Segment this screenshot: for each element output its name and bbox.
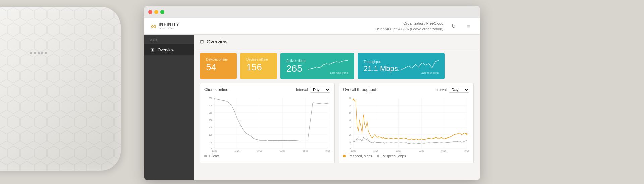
throughput-legend: Tx speed, Mbps Rx speed, Mbps: [343, 154, 469, 158]
devices-offline-label: Devices offline: [246, 58, 271, 61]
devices-offline-card: Devices offline 156: [240, 53, 277, 79]
infinity-symbol: ∞: [151, 22, 156, 31]
sidebar-item-overview[interactable]: ⊞ Overview: [144, 44, 194, 55]
menu-icon[interactable]: ≡: [464, 22, 473, 31]
clients-legend: Clients: [204, 154, 330, 158]
clients-chart-header: Clients online Interval Day Week Month: [204, 87, 330, 93]
sidebar-item-overview-label: Overview: [158, 48, 174, 52]
svg-text:300: 300: [209, 104, 212, 107]
svg-text:70: 70: [349, 97, 351, 99]
throughput-interval-label: Interval: [435, 88, 447, 92]
device-image: [0, 0, 144, 184]
svg-text:60: 60: [349, 104, 351, 107]
rx-legend-item: Rx speed, Mbps: [377, 154, 406, 158]
clients-dot: [204, 155, 207, 157]
devices-offline-value: 156: [246, 63, 271, 72]
throughput-left: Throughput 21.1 Mbps: [364, 60, 398, 72]
logo-sub: controller: [159, 27, 179, 30]
clients-interval: Interval Day Week Month: [296, 87, 330, 93]
throughput-chart-svg: 70 60 50 40 30 20 10 0 10:40 15:20 20:00: [343, 95, 469, 152]
svg-text:250: 250: [209, 111, 212, 114]
svg-text:150: 150: [209, 126, 212, 129]
sidebar: MAIN ⊞ Overview: [144, 35, 194, 180]
throughput-interval-select[interactable]: Day Week Month: [449, 87, 469, 93]
svg-text:10:00: 10:00: [325, 149, 330, 152]
app-header: ∞ INFINITY controller Organization: Free…: [144, 18, 480, 35]
active-clients-value: 265: [286, 64, 308, 73]
tx-legend-label: Tx speed, Mbps: [348, 154, 372, 158]
devices-online-value: 54: [206, 63, 231, 72]
rx-dot: [377, 155, 379, 157]
throughput-chart-header: Overall throughput Interval Day Week Mon…: [343, 87, 469, 93]
svg-text:20: 20: [349, 133, 351, 136]
clients-interval-select[interactable]: Day Week Month: [310, 87, 330, 93]
active-clients-card: Active clients 265 Last hour trend: [280, 53, 354, 79]
page-title: Overview: [207, 39, 228, 44]
throughput-interval: Interval Day Week Month: [435, 87, 469, 93]
svg-text:10:00: 10:00: [464, 149, 469, 152]
svg-text:05:20: 05:20: [441, 149, 446, 152]
svg-rect-1: [0, 7, 121, 171]
clients-interval-label: Interval: [296, 88, 308, 92]
svg-text:200: 200: [209, 119, 212, 121]
refresh-icon[interactable]: ↻: [449, 22, 458, 31]
svg-text:15:20: 15:20: [234, 149, 239, 152]
svg-text:10:40: 10:40: [351, 149, 356, 152]
traffic-lights: [148, 10, 164, 14]
throughput-chart: Overall throughput Interval Day Week Mon…: [339, 83, 474, 163]
throughput-label: Throughput: [364, 60, 398, 64]
clients-chart: Clients online Interval Day Week Month: [200, 83, 335, 163]
svg-text:00:40: 00:40: [419, 149, 424, 152]
active-clients-sparkline: [308, 58, 348, 73]
svg-text:30: 30: [349, 126, 351, 129]
logo-brand: INFINITY: [159, 22, 179, 27]
svg-text:350: 350: [209, 97, 212, 99]
stat-cards: Devices online 54 Devices offline 156 Ac…: [194, 49, 480, 83]
throughput-trend-label: Last hour trend: [421, 71, 439, 74]
svg-text:10: 10: [349, 141, 351, 144]
clients-legend-item: Clients: [204, 154, 219, 158]
svg-text:20:00: 20:00: [257, 149, 262, 152]
org-id: ID: 27240629947776 (Leave organization): [374, 26, 443, 32]
clients-chart-svg: 350 300 250 200 150 100 50 0 10:40 15:20…: [204, 95, 330, 152]
maximize-button-tl[interactable]: [160, 10, 164, 14]
svg-point-61: [466, 133, 468, 135]
svg-text:100: 100: [209, 133, 212, 136]
devices-online-card: Devices online 54: [200, 53, 237, 79]
main-content: ⊞ Overview Devices online 54 Devices off…: [194, 35, 480, 180]
throughput-trend-area: Last hour trend: [398, 58, 439, 74]
charts-section: Clients online Interval Day Week Month: [194, 83, 480, 163]
throughput-sparkline: [398, 58, 439, 73]
svg-point-30: [214, 98, 215, 100]
page-header: ⊞ Overview: [194, 35, 480, 49]
svg-text:00:40: 00:40: [280, 149, 285, 152]
rx-legend-label: Rx speed, Mbps: [382, 154, 406, 158]
clients-chart-title: Clients online: [204, 87, 228, 92]
overview-icon: ⊞: [150, 47, 155, 52]
close-button-tl[interactable]: [148, 10, 152, 14]
header-right: Organization: FreeCloud ID: 272406299477…: [374, 21, 473, 32]
tx-dot: [343, 155, 346, 157]
logo-area: ∞ INFINITY controller: [151, 22, 179, 31]
minimize-button-tl[interactable]: [154, 10, 158, 14]
page-icon: ⊞: [200, 39, 204, 44]
throughput-chart-title: Overall throughput: [343, 87, 376, 92]
logo-text: INFINITY controller: [159, 22, 179, 30]
devices-online-label: Devices online: [206, 58, 231, 61]
browser-chrome: [144, 6, 480, 18]
active-clients-left: Active clients 265: [286, 59, 308, 73]
active-clients-label: Active clients: [286, 59, 308, 63]
clients-legend-label: Clients: [209, 154, 220, 158]
svg-text:20:00: 20:00: [396, 149, 401, 152]
throughput-value: 21.1 Mbps: [364, 65, 398, 72]
throughput-card: Throughput 21.1 Mbps Last hour trend: [358, 53, 445, 79]
sidebar-section-main: MAIN: [144, 35, 194, 44]
svg-text:15:20: 15:20: [373, 149, 378, 152]
svg-text:10:40: 10:40: [212, 149, 217, 152]
svg-point-60: [353, 99, 354, 100]
svg-text:05:20: 05:20: [303, 149, 308, 152]
svg-point-31: [327, 103, 329, 104]
active-clients-trend-area: Last hour trend: [308, 58, 348, 74]
org-info: Organization: FreeCloud ID: 272406299477…: [374, 21, 443, 32]
svg-text:50: 50: [349, 111, 351, 114]
